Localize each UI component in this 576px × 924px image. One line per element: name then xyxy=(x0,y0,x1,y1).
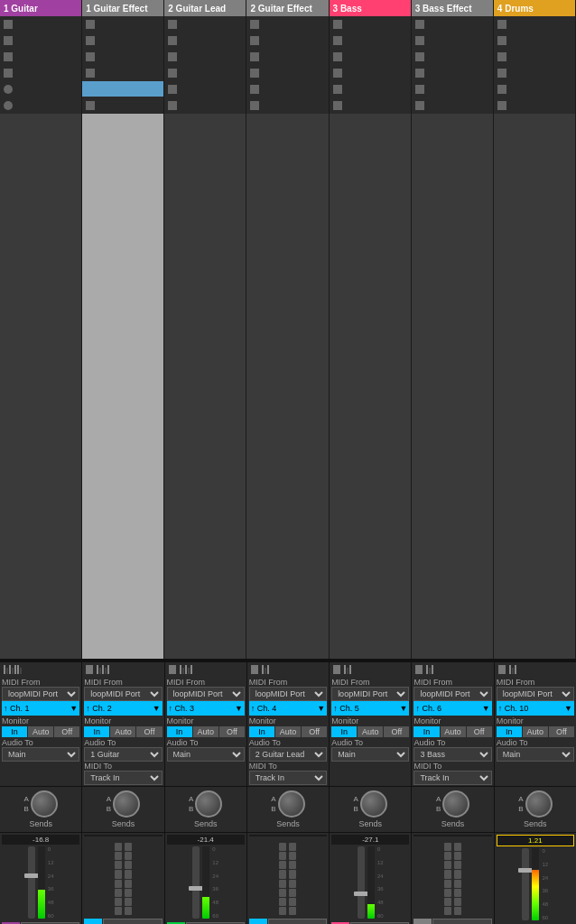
midi-from-device-7[interactable]: loopMIDI Port xyxy=(497,687,574,701)
monitor-auto-7[interactable]: Auto xyxy=(523,726,548,737)
clip-row[interactable] xyxy=(412,32,493,49)
clip-row[interactable] xyxy=(246,16,328,32)
monitor-auto-5[interactable]: Auto xyxy=(358,726,383,737)
clip-btn[interactable] xyxy=(333,36,342,45)
clip-row[interactable] xyxy=(412,81,493,97)
clip-row[interactable] xyxy=(494,81,575,97)
clip-btn[interactable] xyxy=(250,52,259,61)
clip-row[interactable] xyxy=(82,32,163,49)
clip-row[interactable] xyxy=(246,81,328,97)
clip-btn[interactable] xyxy=(168,85,177,94)
solo-btn-6[interactable]: S xyxy=(432,919,491,924)
clip-btn[interactable] xyxy=(4,52,13,61)
clip-row[interactable] xyxy=(82,49,163,65)
fader-3[interactable] xyxy=(192,846,200,919)
clip-row[interactable] xyxy=(412,49,493,65)
sends-knob-3[interactable] xyxy=(195,790,222,818)
clip-row[interactable] xyxy=(82,97,163,114)
clip-row[interactable] xyxy=(246,32,328,49)
clip-btn-active[interactable] xyxy=(86,85,95,94)
clip-row[interactable] xyxy=(330,16,411,32)
clip-btn[interactable] xyxy=(497,85,506,94)
clip-btn[interactable] xyxy=(415,20,424,29)
clip-row[interactable] xyxy=(0,81,81,97)
monitor-off-3[interactable]: Off xyxy=(219,726,245,737)
midi-from-device-6[interactable]: loopMIDI Port xyxy=(413,687,491,701)
clip-btn[interactable] xyxy=(497,52,506,61)
clip-row[interactable] xyxy=(412,97,493,114)
clip-row[interactable] xyxy=(330,32,411,49)
monitor-off-1[interactable]: Off xyxy=(54,726,79,737)
clip-row[interactable] xyxy=(82,16,163,32)
midi-from-device-1[interactable]: loopMIDI Port xyxy=(2,687,79,701)
clip-btn[interactable] xyxy=(497,69,506,78)
clip-row[interactable] xyxy=(0,49,81,65)
sends-knob-6[interactable] xyxy=(442,790,469,818)
solo-btn-2[interactable]: S xyxy=(103,919,162,924)
clip-btn[interactable] xyxy=(250,85,259,94)
clip-row[interactable] xyxy=(494,16,575,32)
midi-from-device-5[interactable]: loopMIDI Port xyxy=(331,687,409,701)
clip-row[interactable] xyxy=(412,16,493,32)
monitor-off-7[interactable]: Off xyxy=(549,726,574,737)
monitor-off-4[interactable]: Off xyxy=(302,726,327,737)
clip-row[interactable] xyxy=(0,65,81,81)
audio-to-dest-2[interactable]: 1 Guitar xyxy=(84,747,162,762)
clip-btn[interactable] xyxy=(250,36,259,45)
sends-knob-5[interactable] xyxy=(360,790,387,818)
track-number-6[interactable]: 6 xyxy=(413,919,432,924)
clip-btn[interactable] xyxy=(4,36,13,45)
clip-row[interactable] xyxy=(0,16,81,32)
clip-row[interactable] xyxy=(0,97,81,114)
channel-btn-4[interactable]: ↑ Ch. 4 ▼ xyxy=(249,701,327,716)
clip-btn[interactable] xyxy=(250,101,259,110)
audio-to-dest-5[interactable]: Main xyxy=(331,747,409,762)
clip-btn[interactable] xyxy=(250,69,259,78)
clip-row[interactable] xyxy=(82,81,163,97)
fader-5[interactable] xyxy=(358,846,365,919)
clip-row[interactable] xyxy=(494,65,575,81)
monitor-in-1[interactable]: In xyxy=(2,726,27,737)
clip-row[interactable] xyxy=(164,65,246,81)
midi-from-device-3[interactable]: loopMIDI Port xyxy=(167,687,245,701)
clip-btn[interactable] xyxy=(168,36,177,45)
clip-row[interactable] xyxy=(412,65,493,81)
clip-btn[interactable] xyxy=(333,85,342,94)
clip-row[interactable] xyxy=(0,32,81,49)
clip-row[interactable] xyxy=(164,49,246,65)
clip-row[interactable] xyxy=(330,49,411,65)
clip-btn[interactable] xyxy=(333,52,342,61)
monitor-in-4[interactable]: In xyxy=(249,726,274,737)
clip-btn[interactable] xyxy=(86,20,95,29)
clip-btn[interactable] xyxy=(86,69,95,78)
monitor-auto-6[interactable]: Auto xyxy=(441,726,466,737)
clip-btn[interactable] xyxy=(86,52,95,61)
clip-row[interactable] xyxy=(330,81,411,97)
monitor-off-5[interactable]: Off xyxy=(384,726,409,737)
clip-btn[interactable] xyxy=(250,20,259,29)
track-number-4[interactable]: 4 xyxy=(249,919,267,924)
clip-row[interactable] xyxy=(246,49,328,65)
audio-to-dest-4[interactable]: 2 Guitar Lead xyxy=(249,747,327,762)
track-number-2[interactable]: 2 xyxy=(84,919,102,924)
sends-knob-4[interactable] xyxy=(278,790,305,818)
clip-btn[interactable] xyxy=(415,52,424,61)
monitor-in-2[interactable]: In xyxy=(84,726,109,737)
clip-btn[interactable] xyxy=(168,52,177,61)
clip-btn[interactable] xyxy=(497,36,506,45)
monitor-auto-1[interactable]: Auto xyxy=(28,726,53,737)
midi-from-device-2[interactable]: loopMIDI Port xyxy=(84,687,162,701)
clip-btn[interactable] xyxy=(333,69,342,78)
audio-to-dest-1[interactable]: Main xyxy=(2,747,79,762)
clip-row[interactable] xyxy=(246,97,328,114)
clip-row[interactable] xyxy=(330,65,411,81)
monitor-in-3[interactable]: In xyxy=(167,726,192,737)
solo-btn-4[interactable]: S xyxy=(268,919,327,924)
clip-row[interactable] xyxy=(82,65,163,81)
clip-row[interactable] xyxy=(494,97,575,114)
clip-btn[interactable] xyxy=(497,101,506,110)
clip-btn[interactable] xyxy=(168,20,177,29)
channel-btn-6[interactable]: ↑ Ch. 6 ▼ xyxy=(413,701,491,716)
monitor-auto-2[interactable]: Auto xyxy=(110,726,135,737)
clip-btn[interactable] xyxy=(168,101,177,110)
